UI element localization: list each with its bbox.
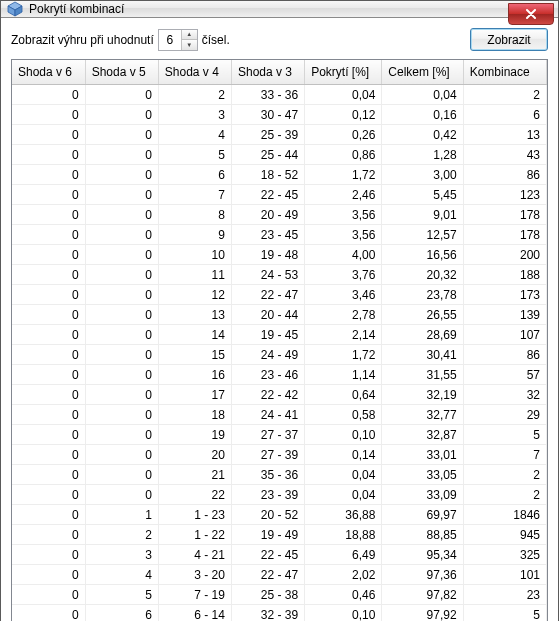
table-row[interactable]: 00425 - 390,260,4213 xyxy=(12,125,547,145)
table-cell: 20 xyxy=(158,445,231,465)
table-cell: 0 xyxy=(85,285,158,305)
table-cell: 0,10 xyxy=(305,605,382,622)
table-row[interactable]: 001124 - 533,7620,32188 xyxy=(12,265,547,285)
table-row[interactable]: 034 - 2122 - 456,4995,34325 xyxy=(12,545,547,565)
table-cell: 14 xyxy=(158,325,231,345)
table-cell: 10 xyxy=(158,245,231,265)
table-row[interactable]: 00618 - 521,723,0086 xyxy=(12,165,547,185)
table-cell: 13 xyxy=(463,125,546,145)
table-cell: 22 - 42 xyxy=(231,385,304,405)
table-row[interactable]: 057 - 1925 - 380,4697,8223 xyxy=(12,585,547,605)
table-cell: 23 - 39 xyxy=(231,485,304,505)
table-cell: 0 xyxy=(12,365,85,385)
table-cell: 0,04 xyxy=(382,85,463,105)
results-table-container[interactable]: Shoda v 6Shoda v 5Shoda v 4Shoda v 3Pokr… xyxy=(11,59,548,621)
table-row[interactable]: 002135 - 360,0433,052 xyxy=(12,465,547,485)
table-cell: 23 - 45 xyxy=(231,225,304,245)
close-icon xyxy=(526,9,536,19)
table-cell: 0,12 xyxy=(305,105,382,125)
table-cell: 0 xyxy=(12,545,85,565)
table-row[interactable]: 001019 - 484,0016,56200 xyxy=(12,245,547,265)
table-row[interactable]: 021 - 2219 - 4918,8888,85945 xyxy=(12,525,547,545)
table-row[interactable]: 001320 - 442,7826,55139 xyxy=(12,305,547,325)
table-cell: 0 xyxy=(85,365,158,385)
table-row[interactable]: 00722 - 452,465,45123 xyxy=(12,185,547,205)
table-cell: 0,42 xyxy=(382,125,463,145)
table-row[interactable]: 002027 - 390,1433,017 xyxy=(12,445,547,465)
table-cell: 0 xyxy=(12,525,85,545)
table-row[interactable]: 002223 - 390,0433,092 xyxy=(12,485,547,505)
column-header[interactable]: Shoda v 4 xyxy=(158,60,231,85)
table-row[interactable]: 001623 - 461,1431,5557 xyxy=(12,365,547,385)
close-button[interactable] xyxy=(508,3,554,25)
table-cell: 33,01 xyxy=(382,445,463,465)
table-cell: 0 xyxy=(85,345,158,365)
table-row[interactable]: 001524 - 491,7230,4186 xyxy=(12,345,547,365)
table-cell: 33,05 xyxy=(382,465,463,485)
table-cell: 0 xyxy=(85,225,158,245)
spinner-down[interactable]: ▼ xyxy=(182,40,197,50)
table-cell: 25 - 39 xyxy=(231,125,304,145)
table-row[interactable]: 00923 - 453,5612,57178 xyxy=(12,225,547,245)
table-cell: 0,64 xyxy=(305,385,382,405)
table-row[interactable]: 00330 - 470,120,166 xyxy=(12,105,547,125)
table-row[interactable]: 00525 - 440,861,2843 xyxy=(12,145,547,165)
table-cell: 0 xyxy=(85,465,158,485)
filter-row: Zobrazit výhru při uhodnutí ▲ ▼ čísel. Z… xyxy=(11,28,548,51)
table-cell: 0 xyxy=(12,285,85,305)
table-row[interactable]: 001722 - 420,6432,1932 xyxy=(12,385,547,405)
column-header[interactable]: Shoda v 3 xyxy=(231,60,304,85)
column-header[interactable]: Shoda v 5 xyxy=(85,60,158,85)
table-cell: 22 - 47 xyxy=(231,565,304,585)
spinner-up[interactable]: ▲ xyxy=(182,30,197,41)
table-cell: 12 xyxy=(158,285,231,305)
table-cell: 20 - 49 xyxy=(231,205,304,225)
table-row[interactable]: 066 - 1432 - 390,1097,925 xyxy=(12,605,547,622)
cube-icon xyxy=(7,1,23,17)
table-row[interactable]: 011 - 2320 - 5236,8869,971846 xyxy=(12,505,547,525)
table-cell: 22 - 45 xyxy=(231,185,304,205)
table-cell: 0 xyxy=(85,85,158,105)
table-cell: 3 - 20 xyxy=(158,565,231,585)
table-header-row: Shoda v 6Shoda v 5Shoda v 4Shoda v 3Pokr… xyxy=(12,60,547,85)
table-cell: 5 xyxy=(463,425,546,445)
table-cell: 1 - 23 xyxy=(158,505,231,525)
table-cell: 13 xyxy=(158,305,231,325)
table-cell: 0 xyxy=(85,425,158,445)
table-cell: 3,76 xyxy=(305,265,382,285)
table-row[interactable]: 043 - 2022 - 472,0297,36101 xyxy=(12,565,547,585)
table-row[interactable]: 001222 - 473,4623,78173 xyxy=(12,285,547,305)
spinner-input[interactable] xyxy=(159,30,181,50)
table-cell: 95,34 xyxy=(382,545,463,565)
table-cell: 0,04 xyxy=(305,85,382,105)
table-cell: 8 xyxy=(158,205,231,225)
show-button[interactable]: Zobrazit xyxy=(470,28,548,51)
table-cell: 7 - 19 xyxy=(158,585,231,605)
table-row[interactable]: 001927 - 370,1032,875 xyxy=(12,425,547,445)
window-title: Pokrytí kombinací xyxy=(29,2,124,16)
table-cell: 16,56 xyxy=(382,245,463,265)
table-cell: 0 xyxy=(85,205,158,225)
table-cell: 26,55 xyxy=(382,305,463,325)
column-header[interactable]: Celkem [%] xyxy=(382,60,463,85)
table-cell: 0 xyxy=(85,265,158,285)
table-row[interactable]: 00233 - 360,040,042 xyxy=(12,85,547,105)
table-cell: 22 - 45 xyxy=(231,545,304,565)
number-spinner[interactable]: ▲ ▼ xyxy=(158,29,198,51)
table-cell: 325 xyxy=(463,545,546,565)
table-cell: 6 xyxy=(463,105,546,125)
table-cell: 19 - 49 xyxy=(231,525,304,545)
table-cell: 2 xyxy=(463,465,546,485)
table-cell: 33,09 xyxy=(382,485,463,505)
column-header[interactable]: Shoda v 6 xyxy=(12,60,85,85)
table-cell: 25 - 44 xyxy=(231,145,304,165)
table-cell: 32,87 xyxy=(382,425,463,445)
table-row[interactable]: 001824 - 410,5832,7729 xyxy=(12,405,547,425)
table-cell: 1846 xyxy=(463,505,546,525)
table-row[interactable]: 00820 - 493,569,01178 xyxy=(12,205,547,225)
table-cell: 6,49 xyxy=(305,545,382,565)
column-header[interactable]: Pokrytí [%] xyxy=(305,60,382,85)
table-row[interactable]: 001419 - 452,1428,69107 xyxy=(12,325,547,345)
table-cell: 2,78 xyxy=(305,305,382,325)
column-header[interactable]: Kombinace xyxy=(463,60,546,85)
